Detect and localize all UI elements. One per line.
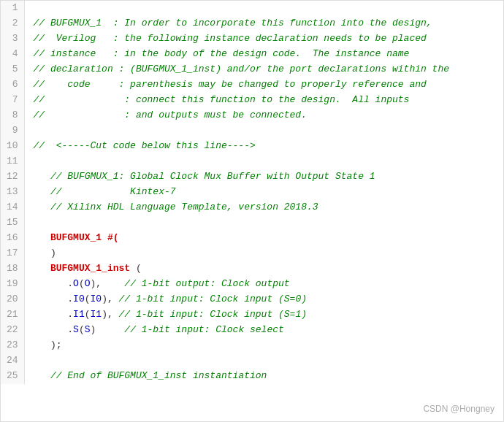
line-content: // Verilog : the following instance decl…: [24, 31, 503, 47]
line-number: 15: [1, 215, 24, 231]
line-number: 7: [1, 93, 24, 108]
table-row: 23 );: [1, 338, 503, 353]
line-number: 1: [1, 1, 24, 16]
table-row: 10// <-----Cut code below this line---->: [1, 139, 503, 154]
line-content: // declaration : (BUFGMUX_1_inst) and/or…: [24, 62, 503, 77]
line-number: 5: [1, 62, 24, 77]
line-content: [24, 353, 503, 369]
line-number: 11: [1, 154, 24, 169]
normal-token: ),: [102, 294, 118, 304]
line-content: [24, 215, 503, 231]
line-content: BUFGMUX_1_inst (: [24, 261, 503, 277]
table-row: 5// declaration : (BUFGMUX_1_inst) and/o…: [1, 62, 503, 77]
line-content: BUFGMUX_1 #(: [24, 231, 503, 246]
comment-inline-token: // 1-bit output: Clock output: [124, 278, 289, 289]
signal-token: I1: [91, 309, 102, 320]
line-number: 14: [1, 200, 24, 215]
line-number: 21: [1, 307, 24, 323]
line-content: // code : parenthesis may be changed to …: [24, 77, 503, 93]
line-content: // : connect this function to the design…: [24, 93, 503, 108]
line-content: // BUFGMUX_1 : In order to incorporate t…: [24, 16, 503, 31]
line-number: 12: [1, 169, 24, 185]
comment-token: // : and outputs must be connected.: [34, 110, 307, 120]
line-number: 17: [1, 246, 24, 261]
table-row: 2// BUFGMUX_1 : In order to incorporate …: [1, 16, 503, 31]
keyword-token: BUFGMUX_1 #(: [34, 232, 119, 243]
line-number: 2: [1, 16, 24, 31]
comment-inline-token: // 1-bit input: Clock input (S=0): [119, 294, 307, 304]
comment-token: // : connect this function to the design…: [34, 94, 410, 105]
normal-token: (: [79, 278, 85, 289]
normal-token: ): [34, 248, 56, 258]
comment-inline-token: // 1-bit input: Clock select: [124, 324, 283, 335]
port-token: I1: [73, 309, 85, 320]
normal-token: .: [34, 294, 74, 304]
table-row: 18 BUFGMUX_1_inst (: [1, 261, 503, 277]
table-row: 25 // End of BUFGMUX_1_inst instantiatio…: [1, 369, 503, 384]
table-row: 12 // BUFGMUX_1: Global Clock Mux Buffer…: [1, 169, 503, 185]
comment-token: // BUFGMUX_1 : In order to incorporate t…: [34, 18, 432, 28]
line-number: 9: [1, 123, 24, 139]
keyword-token: BUFGMUX_1_inst: [34, 263, 131, 274]
line-number: 4: [1, 47, 24, 62]
comment-token: // instance : in the body of the design …: [34, 48, 410, 59]
line-content: [24, 1, 503, 16]
comment-token: // Kintex-7: [34, 186, 176, 197]
port-token: S: [73, 324, 79, 335]
table-row: 3// Verilog : the following instance dec…: [1, 31, 503, 47]
line-content: .S(S) // 1-bit input: Clock select: [24, 323, 503, 338]
normal-token: .: [34, 324, 74, 335]
line-content: // BUFGMUX_1: Global Clock Mux Buffer wi…: [24, 169, 503, 185]
table-row: 17 ): [1, 246, 503, 261]
line-number: 8: [1, 108, 24, 123]
signal-token: I0: [91, 294, 102, 304]
normal-token: ): [91, 324, 125, 335]
comment-inline-token: // 1-bit input: Clock input (S=1): [119, 309, 307, 320]
line-number: 18: [1, 261, 24, 277]
table-row: 16 BUFGMUX_1 #(: [1, 231, 503, 246]
line-number: 24: [1, 353, 24, 369]
signal-token: S: [85, 324, 91, 335]
table-row: 22 .S(S) // 1-bit input: Clock select: [1, 323, 503, 338]
table-row: 4// instance : in the body of the design…: [1, 47, 503, 62]
line-content: .I1(I1), // 1-bit input: Clock input (S=…: [24, 307, 503, 323]
table-row: 7// : connect this function to the desig…: [1, 93, 503, 108]
table-row: 8// : and outputs must be connected.: [1, 108, 503, 123]
normal-token: ),: [91, 278, 125, 289]
table-row: 6// code : parenthesis may be changed to…: [1, 77, 503, 93]
line-number: 23: [1, 338, 24, 353]
line-number: 20: [1, 292, 24, 307]
table-row: 19 .O(O), // 1-bit output: Clock output: [1, 277, 503, 292]
table-row: 1: [1, 1, 503, 16]
line-content: // Xilinx HDL Language Template, version…: [24, 200, 503, 215]
line-content: [24, 123, 503, 139]
watermark-label: CSDN @Hongney: [423, 404, 495, 414]
normal-token: .: [34, 278, 74, 289]
line-content: // : and outputs must be connected.: [24, 108, 503, 123]
line-number: 3: [1, 31, 24, 47]
comment-token: // <-----Cut code below this line---->: [34, 140, 256, 151]
line-number: 10: [1, 139, 24, 154]
table-row: 24: [1, 353, 503, 369]
table-row: 13 // Kintex-7: [1, 185, 503, 200]
line-content: [24, 154, 503, 169]
line-content: // <-----Cut code below this line---->: [24, 139, 503, 154]
line-number: 25: [1, 369, 24, 384]
line-number: 19: [1, 277, 24, 292]
table-row: 9: [1, 123, 503, 139]
line-content: ): [24, 246, 503, 261]
table-row: 15: [1, 215, 503, 231]
port-token: O: [73, 278, 79, 289]
line-number: 13: [1, 185, 24, 200]
comment-token: // declaration : (BUFGMUX_1_inst) and/or…: [34, 64, 450, 74]
port-token: I0: [73, 294, 85, 304]
line-number: 22: [1, 323, 24, 338]
line-content: .I0(I0), // 1-bit input: Clock input (S=…: [24, 292, 503, 307]
table-row: 11: [1, 154, 503, 169]
line-number: 16: [1, 231, 24, 246]
comment-token: // Xilinx HDL Language Template, version…: [34, 202, 318, 212]
code-table: 1 2// BUFGMUX_1 : In order to incorporat…: [1, 1, 503, 384]
line-content: .O(O), // 1-bit output: Clock output: [24, 277, 503, 292]
comment-token: // End of BUFGMUX_1_inst instantiation: [34, 370, 267, 381]
line-number: 6: [1, 77, 24, 93]
